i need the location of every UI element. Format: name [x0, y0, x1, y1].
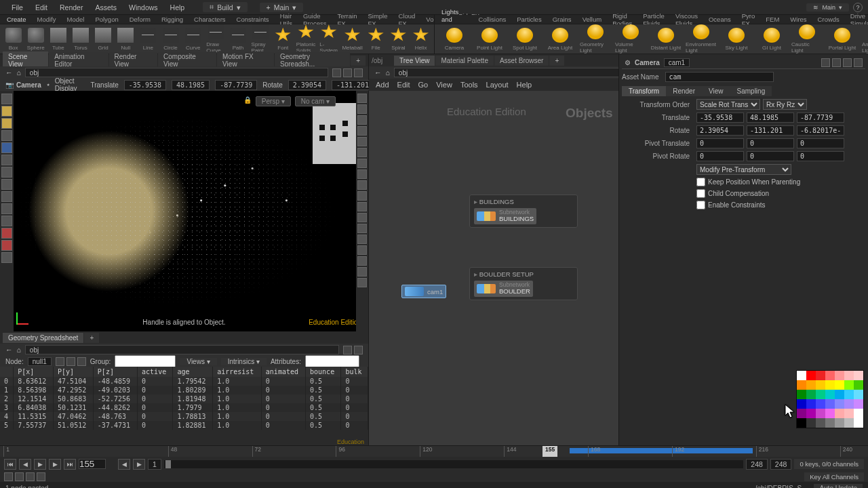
swatch[interactable] [825, 371, 835, 380]
cloud-icon[interactable]: ☁ [742, 485, 749, 489]
swatch[interactable] [844, 380, 854, 390]
current-frame-field[interactable] [79, 459, 106, 469]
ss-node-field[interactable]: null1 [28, 357, 52, 366]
swatch[interactable] [806, 409, 816, 418]
shelf-tube[interactable]: Tube [49, 28, 67, 51]
tab-asset-browser[interactable]: Asset Browser [494, 56, 549, 66]
prev-key-button[interactable]: ◀ [118, 459, 130, 470]
prev-frame-button[interactable]: ◀ [19, 459, 31, 470]
shelf-environment-light[interactable]: Environment Light [686, 24, 717, 54]
swatch[interactable] [835, 390, 844, 399]
start-frame[interactable]: 1 [148, 459, 161, 470]
timeline-scrubber[interactable] [164, 460, 743, 468]
scope-path[interactable]: /obj/DEBRIS_S... [755, 485, 808, 489]
ptab-transform[interactable]: Transform [622, 86, 666, 96]
netmenu-edit[interactable]: Edit [397, 81, 410, 89]
range-start-handle[interactable] [165, 460, 171, 468]
param-rz[interactable] [797, 125, 844, 136]
pin-icon[interactable] [332, 68, 341, 77]
shelf-point-light[interactable]: Point Light [474, 28, 505, 51]
shelf-distant-light[interactable]: Distant Light [650, 28, 682, 51]
new-view-icon[interactable] [354, 68, 363, 77]
shelf-metaball[interactable]: Metaball [342, 28, 362, 51]
first-frame-button[interactable]: ⏮ [4, 459, 16, 470]
node-boulder[interactable]: SubnetworkBOULDER [474, 281, 533, 297]
ptab-sampling[interactable]: Sampling [730, 86, 772, 96]
playhead[interactable]: 155 [542, 446, 557, 457]
ss-group-field[interactable] [115, 355, 176, 368]
group-buildings[interactable]: ▸ BUILDINGS SubnetworkBUILDINGS [469, 195, 578, 228]
last-frame-button[interactable]: ⏭ [64, 459, 76, 470]
ss-attr-filter[interactable] [305, 355, 359, 368]
find-node-icon[interactable] [832, 58, 841, 67]
shelf-helix[interactable]: Helix [412, 28, 430, 51]
help-icon[interactable]: ? [853, 3, 863, 12]
translate-z[interactable]: -87.7739 [215, 80, 257, 90]
shelf-platonic-solids[interactable]: Platonic Solids [296, 24, 315, 54]
shelf-font[interactable]: Font [274, 28, 292, 51]
persp-button[interactable]: Persp ▾ [256, 96, 291, 106]
ptab-view[interactable]: View [702, 86, 730, 96]
netmenu-help[interactable]: Help [517, 81, 532, 89]
shelf-box[interactable]: Box [4, 28, 22, 51]
netmenu-go[interactable]: Go [418, 81, 429, 89]
shelf-file[interactable]: File [367, 28, 385, 51]
ss-views-dropdown[interactable]: Views ▾ [180, 358, 216, 365]
shelf-sky-light[interactable]: Sky Light [721, 28, 752, 51]
group-boulder[interactable]: ▸ BOULDER SETUP SubnetworkBOULDER [469, 267, 578, 300]
rotate-x[interactable]: 2.39054 [288, 80, 326, 90]
back-icon[interactable]: ← [374, 68, 382, 77]
swatch[interactable] [854, 399, 863, 409]
menu-file[interactable]: File [5, 1, 29, 14]
shelf-line[interactable]: Line [139, 28, 157, 51]
shelf-path[interactable]: Path [229, 28, 247, 51]
swatch[interactable] [797, 409, 806, 418]
link-icon[interactable] [343, 68, 352, 77]
param-tx[interactable] [696, 113, 744, 123]
play-back-button[interactable]: ▶ [34, 459, 46, 470]
camera-label[interactable]: 📷 Camera [5, 81, 41, 89]
swatch[interactable] [816, 409, 825, 418]
swatch[interactable] [854, 390, 863, 399]
param-prx[interactable] [696, 151, 744, 161]
param-pty[interactable] [747, 138, 794, 148]
menu-windows[interactable]: Windows [123, 1, 164, 14]
home-icon[interactable]: ⌂ [17, 346, 21, 354]
shelf-caustic-light[interactable]: Caustic Light [791, 24, 823, 54]
lock-view-icon[interactable]: 🔒 [243, 96, 252, 106]
shelf-null[interactable]: Null [117, 28, 135, 51]
pretransform-select[interactable]: Modify Pre-Transform [696, 164, 791, 175]
asset-name-field[interactable] [665, 72, 774, 82]
swatch[interactable] [816, 380, 825, 390]
viewport[interactable]: 🔒 Persp ▾ No cam ▾ Handle is aligned to … [0, 91, 368, 331]
swatch[interactable] [854, 409, 863, 418]
param-rx[interactable] [696, 125, 744, 136]
swatch[interactable] [797, 390, 806, 399]
gear-icon[interactable]: ⚙ [625, 59, 631, 66]
swatch[interactable] [854, 371, 863, 380]
home-icon[interactable]: ⌂ [386, 68, 390, 77]
home-icon[interactable]: ⌂ [17, 68, 21, 77]
param-ptz[interactable] [797, 138, 844, 148]
swatch[interactable] [854, 380, 863, 390]
home-icon[interactable] [843, 58, 852, 67]
enable-constraints-check[interactable] [696, 201, 705, 209]
ptab-render[interactable]: Render [666, 86, 702, 96]
shelf-spiral[interactable]: Spiral [389, 28, 408, 51]
shelf-area-light[interactable]: Area Light [545, 28, 576, 51]
swatch[interactable] [825, 409, 835, 418]
swatch[interactable] [835, 409, 844, 418]
param-ry[interactable] [747, 125, 794, 136]
swatch[interactable] [844, 390, 854, 399]
menuset-switcher[interactable]: + Main ▾ [260, 3, 304, 12]
shelf-portal-light[interactable]: Portal Light [827, 28, 858, 51]
rotate-y[interactable]: -131.201 [332, 80, 374, 90]
node-buildings[interactable]: SubnetworkBUILDINGS [474, 208, 536, 224]
tab-add-ss[interactable]: + [84, 333, 99, 343]
color-palette[interactable] [796, 370, 864, 428]
netmenu-layout[interactable]: Layout [486, 81, 509, 89]
shelf-curve[interactable]: Curve [184, 28, 202, 51]
radial-menu-switcher[interactable]: ≋ Main ▾ [806, 3, 849, 12]
translate-x[interactable]: -35.9538 [124, 80, 166, 90]
swatch[interactable] [835, 380, 844, 390]
